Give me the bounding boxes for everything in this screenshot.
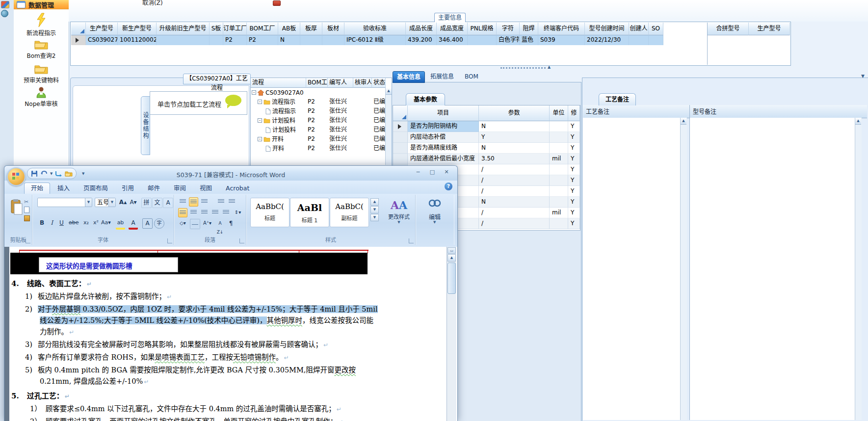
- column-header[interactable]: 型号创建时间: [585, 23, 629, 35]
- increase-indent-button[interactable]: [227, 197, 237, 207]
- table-cell[interactable]: [468, 35, 497, 45]
- column-header[interactable]: 创建人: [629, 23, 649, 35]
- param-cell[interactable]: Y: [568, 154, 580, 164]
- underline-button[interactable]: U: [57, 218, 66, 228]
- chevron-down-icon[interactable]: ▼: [108, 198, 115, 207]
- table-cell[interactable]: 439.200: [406, 35, 437, 45]
- styles-more-icon[interactable]: ▼: [370, 214, 379, 221]
- param-cell[interactable]: mil: [550, 208, 568, 218]
- column-header[interactable]: 合拼型号: [708, 23, 749, 35]
- tree-expand-icon[interactable]: -: [258, 118, 262, 123]
- word-tab-5[interactable]: 邮件: [141, 183, 166, 194]
- tab-basic-info[interactable]: 基本信息: [393, 71, 425, 83]
- param-cell[interactable]: Y: [479, 132, 550, 143]
- doc-list-item[interactable]: 2)对于外层基铜 0.33/0.5OZ，内层 1OZ 时，要求小于 4mil 线…: [9, 304, 378, 338]
- scroll-up-icon[interactable]: ▲: [447, 254, 456, 262]
- font-name-combo[interactable]: ▼: [37, 198, 92, 207]
- tab-device-structure[interactable]: 设备结构: [141, 96, 150, 155]
- font-size-combo[interactable]: 五号▼: [95, 198, 116, 207]
- table-cell[interactable]: [300, 35, 322, 45]
- decrease-indent-button[interactable]: [216, 197, 226, 207]
- cancel-button[interactable]: 取消(Z): [142, 0, 163, 6]
- column-header[interactable]: 终端客户代码: [538, 23, 585, 35]
- table-cell[interactable]: 346.400: [437, 35, 468, 45]
- param-cell[interactable]: Y: [568, 197, 580, 208]
- row-selector[interactable]: [393, 132, 408, 143]
- styles-launcher-icon[interactable]: [409, 238, 414, 243]
- tree-node-label[interactable]: 开料: [272, 135, 284, 144]
- notes-scrollbar-2[interactable]: ▲: [855, 118, 862, 420]
- doc-list-item[interactable]: 1）顾客要求≤0.4mm 以下过孔塞孔，文件中存在大于 0.4mm 的过孔盖油时…: [9, 403, 378, 415]
- styles-up-icon[interactable]: ▲: [370, 198, 379, 206]
- word-tab-6[interactable]: 审阅: [167, 183, 192, 194]
- param-cell[interactable]: [550, 175, 568, 186]
- param-row[interactable]: 是否为高精度线路NY: [393, 143, 580, 154]
- select-all-corner[interactable]: [393, 105, 408, 121]
- tree-row[interactable]: -开料P2张仕兴已编写: [251, 134, 386, 144]
- scroll-up-icon[interactable]: ▲: [386, 88, 392, 95]
- tree-row[interactable]: -计划投料P2张仕兴已编写: [251, 116, 386, 125]
- italic-button[interactable]: I: [47, 218, 56, 228]
- param-cell[interactable]: 内层动态补偿: [408, 132, 479, 143]
- column-header[interactable]: AB板: [278, 23, 300, 35]
- column-header[interactable]: 成品宽度: [437, 23, 468, 35]
- bullets-button[interactable]: [178, 197, 187, 207]
- close-button[interactable]: ✕: [440, 168, 453, 177]
- paragraph-launcher-icon[interactable]: [239, 238, 244, 243]
- param-cell[interactable]: Y: [568, 143, 580, 154]
- word-tab-3[interactable]: 页面布局: [77, 183, 114, 194]
- clear-formatting-button[interactable]: A: [163, 198, 173, 208]
- tree-node-label[interactable]: CS039027A0: [265, 88, 304, 97]
- param-row[interactable]: 是否为阴阳铜结构NY: [393, 121, 580, 132]
- param-cell[interactable]: /: [479, 164, 550, 175]
- tree-node-label[interactable]: 流程指示: [272, 107, 296, 116]
- word-tab-8[interactable]: Acrobat: [219, 183, 256, 194]
- tree-scrollbar[interactable]: ▲: [385, 88, 392, 165]
- table-cell[interactable]: [322, 35, 344, 45]
- paste-icon[interactable]: [10, 199, 23, 215]
- dropdown-arrow-icon[interactable]: ▼: [861, 74, 865, 79]
- param-cell[interactable]: N: [479, 143, 550, 154]
- pinyin-guide-button[interactable]: 拼: [141, 198, 152, 208]
- param-cell[interactable]: /: [479, 175, 550, 186]
- table-cell[interactable]: [210, 35, 223, 45]
- table-cell[interactable]: P2: [247, 35, 278, 45]
- document-scrollbar[interactable]: ▭ ▲: [447, 247, 456, 421]
- table-cell[interactable]: [629, 35, 649, 45]
- character-scale-button[interactable]: 文: [152, 198, 162, 208]
- doc-heading[interactable]: 4.线路、表面工艺：↵: [9, 278, 378, 290]
- undo-dropdown-icon[interactable]: ▼: [50, 172, 53, 176]
- justify-button[interactable]: [210, 208, 220, 217]
- clipboard-launcher-icon[interactable]: [26, 238, 30, 243]
- param-cell[interactable]: Y: [568, 218, 580, 229]
- row-selector[interactable]: [393, 154, 408, 164]
- document-text[interactable]: 4.线路、表面工艺：↵1)板边贴片焊盘允许被削，按不露铜制作；↵2)对于外层基铜…: [9, 275, 378, 421]
- param-cell[interactable]: 3.50: [479, 154, 550, 164]
- table-cell[interactable]: CS039027A0: [86, 35, 118, 45]
- table-cell[interactable]: 2022/12/30: [585, 35, 629, 45]
- find-icon[interactable]: [428, 199, 441, 210]
- column-header[interactable]: 生产型号: [86, 23, 118, 35]
- param-cell[interactable]: mil: [550, 154, 568, 164]
- document-area[interactable]: 这类形状的是需要做椭圆形槽 4.线路、表面工艺：↵1)板边贴片焊盘允许被削，按不…: [4, 247, 457, 421]
- numbering-button[interactable]: [189, 197, 198, 207]
- param-cell[interactable]: /: [479, 186, 550, 197]
- column-header[interactable]: 板厚: [300, 23, 322, 35]
- save-icon[interactable]: [31, 170, 38, 177]
- column-header[interactable]: 字符: [497, 23, 520, 35]
- param-cell[interactable]: [550, 186, 568, 197]
- process-notes-area[interactable]: [583, 118, 680, 420]
- asian-layout-button[interactable]: A⁺▾: [203, 219, 212, 228]
- tree-column-header[interactable]: BOM工厂: [306, 78, 328, 88]
- scroll-up-icon[interactable]: ▲: [855, 118, 861, 125]
- editing-label[interactable]: 编辑: [416, 212, 454, 221]
- table-cell[interactable]: S039: [538, 35, 585, 45]
- font-launcher-icon[interactable]: [167, 238, 172, 243]
- minimize-button[interactable]: ─: [412, 168, 424, 177]
- multilevel-list-button[interactable]: [200, 197, 209, 207]
- table-cell[interactable]: 10011200028680: [118, 35, 157, 45]
- shading-button[interactable]: ◇▾: [178, 219, 187, 228]
- param-column-header[interactable]: 修: [568, 105, 580, 121]
- scrollbar-thumb[interactable]: [447, 263, 456, 294]
- param-cell[interactable]: /: [479, 208, 550, 218]
